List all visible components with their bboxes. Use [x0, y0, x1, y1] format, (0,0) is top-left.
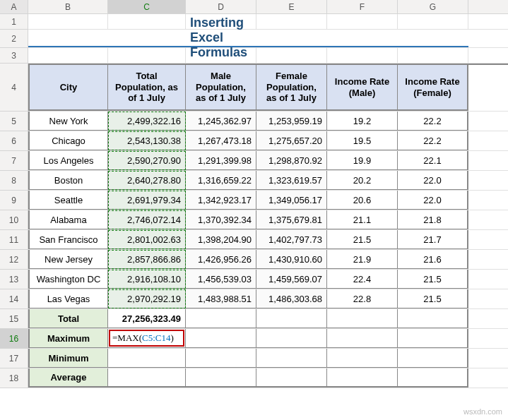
row-header-8[interactable]: 8 — [0, 171, 28, 191]
row-header-4[interactable]: 4 — [0, 64, 28, 112]
col-header-g[interactable]: G — [398, 0, 468, 13]
city-cell[interactable]: Boston — [28, 171, 108, 190]
row-header-15[interactable]: 15 — [0, 309, 28, 329]
row-header-17[interactable]: 17 — [0, 349, 28, 368]
income-male-cell[interactable]: 20.2 — [327, 171, 398, 190]
total-pop-cell[interactable]: 2,499,322.16 — [108, 112, 186, 131]
row-header-7[interactable]: 7 — [0, 151, 28, 171]
col-header-a[interactable]: A — [0, 0, 28, 13]
average-label[interactable]: Average — [28, 368, 108, 388]
formula-cell[interactable]: =MAX(C5:C14) — [108, 329, 186, 348]
male-pop-cell[interactable]: 1,456,539.03 — [186, 270, 256, 289]
city-cell[interactable]: New Jersey — [28, 250, 108, 269]
income-male-cell[interactable]: 22.4 — [327, 270, 398, 289]
row-header-11[interactable]: 11 — [0, 230, 28, 250]
city-cell[interactable]: Alabama — [28, 210, 108, 229]
income-male-cell[interactable]: 22.8 — [327, 289, 398, 308]
row-header-5[interactable]: 5 — [0, 112, 28, 131]
row-header-14[interactable]: 14 — [0, 289, 28, 309]
income-male-cell[interactable]: 19.5 — [327, 131, 398, 150]
total-pop-cell[interactable]: 2,640,278.80 — [108, 171, 186, 190]
female-pop-cell[interactable]: 1,375,679.81 — [256, 210, 327, 229]
female-pop-cell[interactable]: 1,323,619.57 — [256, 171, 327, 190]
income-female-cell[interactable]: 22.1 — [398, 151, 468, 170]
header-total-pop[interactable]: Total Population, as of 1 July — [108, 65, 186, 111]
row-header-10[interactable]: 10 — [0, 210, 28, 230]
row-header-1[interactable]: 1 — [0, 14, 28, 30]
table-row: Alabama2,746,072.141,370,392.341,375,679… — [28, 210, 508, 230]
income-female-cell[interactable]: 22.2 — [398, 131, 468, 150]
city-cell[interactable]: Los Angeles — [28, 151, 108, 170]
col-header-c[interactable]: C — [108, 0, 186, 13]
total-pop-cell[interactable]: 2,857,866.86 — [108, 250, 186, 269]
income-female-cell[interactable]: 21.7 — [398, 230, 468, 249]
row-header-6[interactable]: 6 — [0, 131, 28, 151]
female-pop-cell[interactable]: 1,298,870.92 — [256, 151, 327, 170]
city-cell[interactable]: Las Vegas — [28, 289, 108, 308]
income-female-cell[interactable]: 21.5 — [398, 270, 468, 289]
total-pop-cell[interactable]: 2,801,002.63 — [108, 230, 186, 249]
female-pop-cell[interactable]: 1,349,056.17 — [256, 191, 327, 210]
income-male-cell[interactable]: 21.1 — [327, 210, 398, 229]
total-value[interactable]: 27,256,323.49 — [108, 309, 186, 328]
total-pop-cell[interactable]: 2,746,072.14 — [108, 210, 186, 229]
income-female-cell[interactable]: 22.0 — [398, 191, 468, 210]
female-pop-cell[interactable]: 1,275,657.20 — [256, 131, 327, 150]
row-header-2[interactable]: 2 — [0, 30, 28, 48]
male-pop-cell[interactable]: 1,426,956.26 — [186, 250, 256, 269]
income-male-cell[interactable]: 19.9 — [327, 151, 398, 170]
spreadsheet-grid[interactable]: Inserting Excel Formulas City Total Popu… — [28, 14, 508, 388]
header-female-pop[interactable]: Female Population, as of 1 July — [256, 65, 327, 111]
total-label[interactable]: Total — [28, 309, 108, 328]
income-female-cell[interactable]: 21.5 — [398, 289, 468, 308]
total-pop-cell[interactable]: 2,543,130.38 — [108, 131, 186, 150]
header-city[interactable]: City — [28, 65, 108, 111]
header-income-male[interactable]: Income Rate (Male) — [327, 65, 398, 111]
income-female-cell[interactable]: 22.2 — [398, 112, 468, 131]
minimum-label[interactable]: Minimum — [28, 349, 108, 368]
male-pop-cell[interactable]: 1,370,392.34 — [186, 210, 256, 229]
male-pop-cell[interactable]: 1,316,659.22 — [186, 171, 256, 190]
maximum-label[interactable]: Maximum — [28, 329, 108, 348]
total-pop-cell[interactable]: 2,916,108.10 — [108, 270, 186, 289]
female-pop-cell[interactable]: 1,459,569.07 — [256, 270, 327, 289]
income-female-cell[interactable]: 21.8 — [398, 210, 468, 229]
col-header-f[interactable]: F — [327, 0, 398, 13]
city-cell[interactable]: New York — [28, 112, 108, 131]
male-pop-cell[interactable]: 1,342,923.17 — [186, 191, 256, 210]
row-header-3[interactable]: 3 — [0, 48, 28, 64]
col-header-d[interactable]: D — [186, 0, 256, 13]
income-male-cell[interactable]: 21.9 — [327, 250, 398, 269]
female-pop-cell[interactable]: 1,486,303.68 — [256, 289, 327, 308]
formula-text: =MAX(C5:C14) — [112, 332, 174, 344]
income-male-cell[interactable]: 20.6 — [327, 191, 398, 210]
city-cell[interactable]: Washington DC — [28, 270, 108, 289]
female-pop-cell[interactable]: 1,430,910.60 — [256, 250, 327, 269]
row-header-13[interactable]: 13 — [0, 270, 28, 289]
city-cell[interactable]: San Francisco — [28, 230, 108, 249]
male-pop-cell[interactable]: 1,483,988.51 — [186, 289, 256, 308]
total-pop-cell[interactable]: 2,691,979.34 — [108, 191, 186, 210]
female-pop-cell[interactable]: 1,253,959.19 — [256, 112, 327, 131]
income-female-cell[interactable]: 22.0 — [398, 171, 468, 190]
income-male-cell[interactable]: 21.5 — [327, 230, 398, 249]
total-pop-cell[interactable]: 2,970,292.19 — [108, 289, 186, 308]
male-pop-cell[interactable]: 1,267,473.18 — [186, 131, 256, 150]
male-pop-cell[interactable]: 1,245,362.97 — [186, 112, 256, 131]
female-pop-cell[interactable]: 1,402,797.73 — [256, 230, 327, 249]
income-male-cell[interactable]: 19.2 — [327, 112, 398, 131]
city-cell[interactable]: Chicago — [28, 131, 108, 150]
col-header-b[interactable]: B — [28, 0, 108, 13]
male-pop-cell[interactable]: 1,398,204.90 — [186, 230, 256, 249]
row-header-16[interactable]: 16 — [0, 329, 28, 349]
male-pop-cell[interactable]: 1,291,399.98 — [186, 151, 256, 170]
row-header-9[interactable]: 9 — [0, 191, 28, 210]
total-pop-cell[interactable]: 2,590,270.90 — [108, 151, 186, 170]
row-header-18[interactable]: 18 — [0, 368, 28, 388]
header-income-female[interactable]: Income Rate (Female) — [398, 65, 468, 111]
city-cell[interactable]: Seattle — [28, 191, 108, 210]
header-male-pop[interactable]: Male Population, as of 1 July — [186, 65, 256, 111]
col-header-e[interactable]: E — [256, 0, 327, 13]
income-female-cell[interactable]: 21.6 — [398, 250, 468, 269]
row-header-12[interactable]: 12 — [0, 250, 28, 270]
